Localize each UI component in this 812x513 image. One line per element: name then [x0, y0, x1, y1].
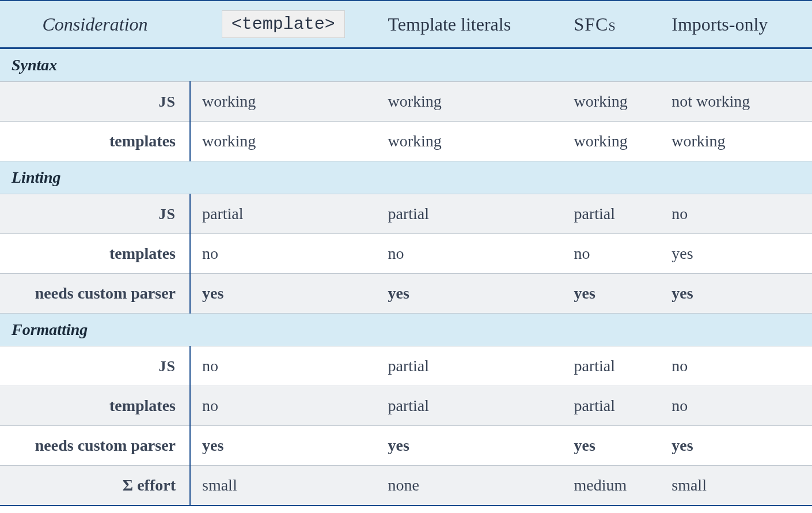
section-title: Syntax: [0, 48, 812, 82]
table-cell: no: [376, 234, 562, 274]
table-cell: small: [660, 466, 812, 506]
table-cell: working: [562, 122, 660, 161]
table-cell: yes: [376, 274, 562, 314]
table-row: JSpartialpartialpartialno: [0, 194, 812, 234]
row-label: templates: [0, 234, 190, 274]
table-row: needs custom parseryesyesyesyes: [0, 426, 812, 466]
comparison-table: Consideration <template> Template litera…: [0, 0, 812, 506]
table-cell: yes: [376, 426, 562, 466]
table-row: JSnopartialpartialno: [0, 346, 812, 386]
table-cell: partial: [376, 386, 562, 426]
table-row: JSworkingworkingworkingnot working: [0, 82, 812, 122]
section-row: Syntax: [0, 48, 812, 82]
table-row: templatesnononoyes: [0, 234, 812, 274]
table-cell: no: [660, 346, 812, 386]
table-cell: yes: [660, 234, 812, 274]
table-cell: working: [376, 82, 562, 122]
table-cell: partial: [190, 194, 376, 234]
header-sfcs: SFCs: [562, 1, 660, 48]
table-cell: not working: [660, 82, 812, 122]
section-row: Linting: [0, 161, 812, 194]
table-cell: small: [190, 466, 376, 506]
summary-row: Σ effortsmallnonemediumsmall: [0, 466, 812, 506]
row-label: JS: [0, 346, 190, 386]
row-label: needs custom parser: [0, 426, 190, 466]
table-cell: partial: [562, 194, 660, 234]
table-cell: no: [660, 386, 812, 426]
header-imports: Imports-only: [660, 1, 812, 48]
table-row: templatesworkingworkingworkingworking: [0, 122, 812, 161]
row-label: templates: [0, 122, 190, 161]
table-cell: working: [562, 82, 660, 122]
table-cell: no: [562, 234, 660, 274]
table-cell: working: [190, 82, 376, 122]
header-consideration: Consideration: [0, 1, 190, 48]
table-row: templatesnopartialpartialno: [0, 386, 812, 426]
header-template: <template>: [190, 1, 376, 48]
table-cell: yes: [190, 274, 376, 314]
table-cell: no: [660, 194, 812, 234]
table-header-row: Consideration <template> Template litera…: [0, 1, 812, 48]
table-cell: yes: [660, 274, 812, 314]
table-cell: partial: [562, 346, 660, 386]
table-cell: working: [190, 122, 376, 161]
table-cell: working: [660, 122, 812, 161]
section-title: Linting: [0, 161, 812, 194]
table-row: needs custom parseryesyesyesyes: [0, 274, 812, 314]
table-cell: no: [190, 234, 376, 274]
table-cell: working: [376, 122, 562, 161]
table-cell: no: [190, 346, 376, 386]
table-cell: partial: [376, 346, 562, 386]
table-cell: yes: [562, 274, 660, 314]
row-label: templates: [0, 386, 190, 426]
table-cell: yes: [660, 426, 812, 466]
row-label: needs custom parser: [0, 274, 190, 314]
table-cell: medium: [562, 466, 660, 506]
table-cell: no: [190, 386, 376, 426]
section-title: Formatting: [0, 314, 812, 346]
header-literals: Template literals: [376, 1, 562, 48]
table-cell: yes: [190, 426, 376, 466]
table-cell: partial: [562, 386, 660, 426]
table-cell: none: [376, 466, 562, 506]
table-cell: partial: [376, 194, 562, 234]
row-label: JS: [0, 82, 190, 122]
section-row: Formatting: [0, 314, 812, 346]
row-label-effort: Σ effort: [0, 466, 190, 506]
code-template-tag: <template>: [222, 10, 345, 38]
table-cell: yes: [562, 426, 660, 466]
row-label: JS: [0, 194, 190, 234]
